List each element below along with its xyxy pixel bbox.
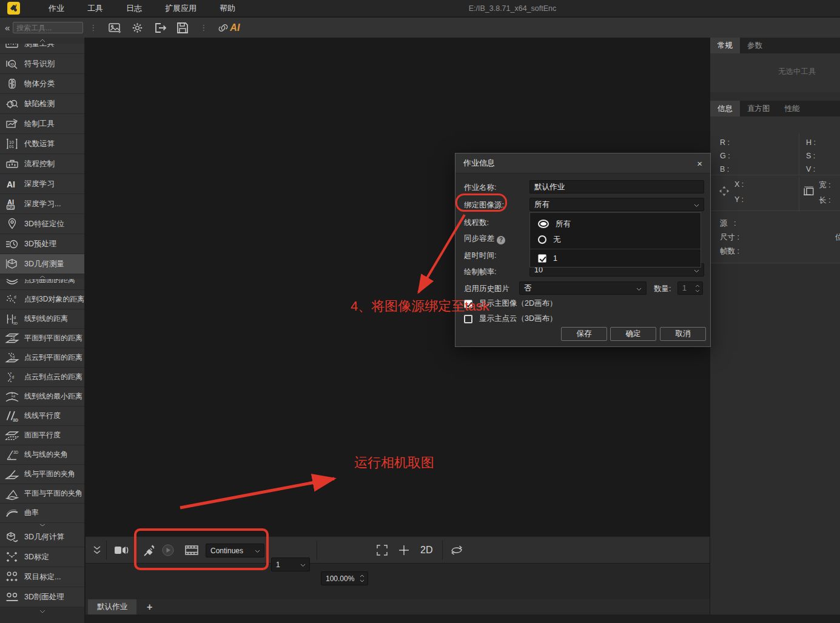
sidebar-subitem[interactable]: d点云到点云的距离 xyxy=(0,368,84,387)
sidebar-item[interactable]: 3D剖面处理 xyxy=(0,587,84,607)
tab-histogram[interactable]: 直方图 xyxy=(740,101,778,116)
camera-view-icon[interactable] xyxy=(113,537,129,564)
sidebar-item[interactable]: 测量工具 xyxy=(0,44,84,54)
history-count-spinner[interactable]: 1 xyxy=(677,281,703,295)
dropdown-option-all[interactable]: 所有 xyxy=(530,216,701,232)
sidebar-subitem[interactable]: d线到线的最小距离 xyxy=(0,387,84,406)
tab-params[interactable]: 参数 xyxy=(740,38,770,53)
film-record-icon[interactable] xyxy=(184,537,199,564)
sidebar-item[interactable]: 3D特征定位 xyxy=(0,214,84,234)
scroll-up-icon[interactable] xyxy=(0,274,84,279)
sidebar-item[interactable]: 1001代数运算 xyxy=(0,134,84,154)
spinner-carets-icon[interactable] xyxy=(360,574,365,582)
tab-info[interactable]: 信息 xyxy=(710,101,740,116)
sidebar-item[interactable]: ID符号识别 xyxy=(0,54,84,74)
sidebar-subitem[interactable]: 平面与平面的夹角 xyxy=(0,484,84,503)
dropdown-option-1[interactable]: 1 xyxy=(530,251,701,266)
job-name-label: 作业名称: xyxy=(464,183,496,193)
spinner-carets-icon[interactable] xyxy=(695,285,700,292)
scroll-down-icon[interactable] xyxy=(0,523,84,527)
sidebar-subitem[interactable]: 面面平行度 xyxy=(0,426,84,445)
save-icon[interactable] xyxy=(176,22,189,34)
menu-log[interactable]: 日志 xyxy=(115,0,153,17)
scroll-down-icon[interactable] xyxy=(0,607,84,616)
play-icon[interactable] xyxy=(161,537,175,564)
close-icon[interactable]: × xyxy=(697,158,702,169)
radio-selected-icon[interactable] xyxy=(538,220,549,228)
add-job-button[interactable]: + xyxy=(147,602,152,613)
menu-job[interactable]: 作业 xyxy=(37,0,76,17)
dropdown-option-none[interactable]: 无 xyxy=(530,232,701,248)
export-icon[interactable] xyxy=(153,22,167,34)
image-source-icon[interactable] xyxy=(108,22,121,34)
sidebar-item[interactable]: 物体分类 xyxy=(0,74,84,94)
cancel-button[interactable]: 取消 xyxy=(660,327,706,341)
timeout-label: 超时时间: xyxy=(464,251,496,261)
ai-tools-button[interactable]: AI xyxy=(217,22,240,34)
collapse-panel-icon[interactable] xyxy=(93,537,101,564)
ok-button[interactable]: 确定 xyxy=(610,327,656,341)
sidebar-subitem[interactable]: d点到3D对象的距离 xyxy=(0,290,84,309)
help-icon[interactable]: ? xyxy=(497,236,505,244)
line-min-dist-icon: d xyxy=(5,390,19,403)
sidebar-item[interactable]: 双目标定... xyxy=(0,567,84,587)
sidebar-subitem[interactable]: 线与平面的夹角 xyxy=(0,465,84,484)
bind-source-select[interactable]: 所有 xyxy=(529,198,704,211)
svg-text:d: d xyxy=(12,375,15,379)
menu-help[interactable]: 帮助 xyxy=(208,0,247,17)
trigger-capture-icon[interactable] xyxy=(143,537,156,564)
sidebar-subitem[interactable]: d3D线到线的距离 xyxy=(0,309,84,329)
view-2d-button[interactable]: 2D xyxy=(420,537,432,564)
menu-extensions[interactable]: 扩展应用 xyxy=(153,0,208,17)
scroll-up-icon[interactable] xyxy=(0,38,84,44)
general-tabs: 常规 参数 xyxy=(710,38,840,53)
sidebar-subitem[interactable]: 3D线线平行度 xyxy=(0,406,84,426)
sidebar-item[interactable]: 3D几何测量 xyxy=(0,254,84,274)
no-tool-selected-text: 无选中工具 xyxy=(778,67,816,77)
sidebar-subitem[interactable]: 点到曲面的距离 xyxy=(0,279,84,290)
job-name-input[interactable]: 默认作业 xyxy=(529,180,704,194)
sidebar-item[interactable]: AICPU深度学习... xyxy=(0,194,84,214)
menu-tools[interactable]: 工具 xyxy=(76,0,115,17)
checkbox-checked-icon[interactable] xyxy=(538,254,546,263)
fit-fullscreen-icon[interactable] xyxy=(376,537,388,564)
sidebar-item[interactable]: 绘制工具 xyxy=(0,114,84,134)
checkbox-checked-icon[interactable] xyxy=(464,300,472,308)
history-label: 启用历史图片 xyxy=(464,284,509,294)
dialog-titlebar[interactable]: 作业信息 × xyxy=(455,153,710,173)
sidebar-item[interactable]: 3D预处理 xyxy=(0,234,84,254)
search-input[interactable] xyxy=(13,22,83,33)
settings-gear-icon[interactable] xyxy=(131,22,144,34)
svg-text:3D: 3D xyxy=(13,322,18,325)
sidebar-item[interactable]: 3D几何计算 xyxy=(0,527,84,547)
dialog-title: 作业信息 xyxy=(463,158,495,169)
width-label: 宽 : xyxy=(819,180,830,190)
sidebar-subitem[interactable]: 3D线与线的夹角 xyxy=(0,445,84,465)
count-select[interactable]: 1 xyxy=(271,557,310,571)
svg-text:3D: 3D xyxy=(13,418,18,422)
tab-general[interactable]: 常规 xyxy=(710,38,740,53)
tab-performance[interactable]: 性能 xyxy=(778,101,807,116)
sidebar-subitem[interactable]: d点云到平面的距离 xyxy=(0,348,84,368)
loop-cycle-icon[interactable] xyxy=(449,537,464,564)
checkbox-unchecked-icon[interactable] xyxy=(464,315,472,323)
collapse-sidebar-icon[interactable]: « xyxy=(5,22,8,33)
radio-icon[interactable] xyxy=(538,235,546,244)
job-tab-default[interactable]: 默认作业 xyxy=(88,599,136,615)
sidebar-item[interactable]: 缺陷检测 xyxy=(0,94,84,114)
plane-plane-dist-icon: d xyxy=(5,332,19,345)
save-button[interactable]: 保存 xyxy=(561,327,607,341)
zoom-spinner[interactable]: 100.00% xyxy=(321,571,368,585)
sidebar-subitem[interactable]: 曲率 xyxy=(0,503,84,523)
app-logo-icon[interactable] xyxy=(7,2,20,15)
show-image-checkbox-row[interactable]: 显示主图像（2D画布） xyxy=(464,298,557,309)
run-mode-select[interactable]: Continues xyxy=(206,544,264,557)
show-cloud-checkbox-row[interactable]: 显示主点云（3D画布） xyxy=(464,314,557,324)
center-view-icon[interactable] xyxy=(398,537,410,564)
sidebar-item[interactable]: 流程控制 xyxy=(0,154,84,174)
sidebar-item[interactable]: AI深度学习 xyxy=(0,174,84,194)
sidebar-item[interactable]: 3D标定 xyxy=(0,547,84,567)
history-select[interactable]: 否 xyxy=(519,281,647,295)
sidebar-subitem[interactable]: d平面到平面的距离 xyxy=(0,329,84,348)
tool-settings-panel: 无选中工具 xyxy=(710,53,840,92)
